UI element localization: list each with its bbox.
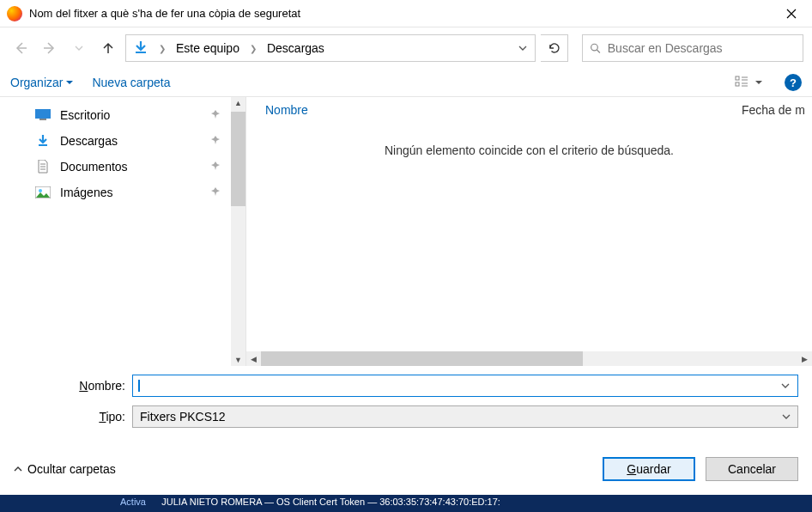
- sidebar-item-pictures[interactable]: Imágenes: [0, 180, 231, 205]
- close-button[interactable]: [771, 0, 812, 27]
- nav-back-button[interactable]: [9, 36, 33, 60]
- pin-icon: [210, 134, 221, 148]
- scroll-right-icon: ▶: [797, 355, 812, 363]
- svg-rect-0: [136, 52, 146, 53]
- organize-button[interactable]: Organizar: [10, 76, 73, 89]
- chevron-down-icon: [518, 44, 527, 52]
- save-button[interactable]: Guardar: [603, 457, 695, 481]
- svg-rect-3: [736, 82, 739, 86]
- new-folder-button[interactable]: Nueva carpeta: [92, 76, 170, 89]
- sidebar-item-desktop[interactable]: Escritorio: [0, 102, 231, 128]
- chevron-down-icon: [781, 381, 790, 390]
- scroll-up-icon: ▲: [231, 99, 245, 107]
- caret-down-icon: [755, 79, 762, 86]
- search-icon: [590, 42, 601, 54]
- scroll-left-icon: ◀: [246, 355, 261, 363]
- sidebar-item-documents[interactable]: Documentos: [0, 154, 231, 180]
- picture-icon: [34, 186, 52, 199]
- chevron-right-icon: ❯: [154, 44, 171, 53]
- sidebar-item-label: Documentos: [60, 160, 128, 174]
- horizontal-scrollbar[interactable]: ◀ ▶: [246, 351, 812, 366]
- refresh-button[interactable]: [541, 34, 568, 62]
- svg-rect-4: [35, 109, 51, 119]
- svg-point-1: [591, 44, 598, 51]
- filetype-value: Fitxers PKCS12: [140, 410, 226, 424]
- column-header-name[interactable]: Nombre: [246, 103, 742, 117]
- document-icon: [34, 160, 52, 174]
- column-headers[interactable]: Nombre Fecha de m: [246, 97, 812, 123]
- refresh-icon: [548, 41, 561, 55]
- filename-label: Nombre:: [14, 379, 132, 393]
- close-icon: [786, 9, 797, 19]
- scrollbar-thumb[interactable]: [231, 112, 245, 206]
- sidebar-item-downloads[interactable]: Descargas: [0, 128, 231, 154]
- sidebar-item-label: Escritorio: [60, 108, 110, 122]
- search-box[interactable]: [582, 34, 803, 62]
- chevron-down-icon: [75, 44, 83, 52]
- pin-icon: [210, 160, 221, 174]
- filetype-dropdown[interactable]: Fitxers PKCS12: [132, 405, 798, 428]
- scrollbar-thumb[interactable]: [261, 351, 583, 366]
- sidebar-item-label: Descargas: [60, 134, 118, 148]
- cancel-button[interactable]: Cancelar: [706, 457, 798, 481]
- breadcrumb-item[interactable]: Este equipo: [173, 40, 243, 57]
- breadcrumb-dropdown[interactable]: [514, 42, 531, 55]
- svg-rect-6: [39, 144, 47, 146]
- filename-dropdown[interactable]: [779, 380, 792, 393]
- chevron-down-icon: [782, 412, 791, 421]
- hide-folders-button[interactable]: Ocultar carpetas: [14, 462, 116, 476]
- view-options-button[interactable]: [731, 74, 766, 91]
- download-icon: [34, 134, 52, 148]
- arrow-left-icon: [13, 40, 28, 56]
- view-icon: [735, 76, 750, 89]
- caret-down-icon: [66, 79, 73, 86]
- filename-input[interactable]: [140, 380, 779, 393]
- svg-point-8: [39, 189, 42, 192]
- firefox-icon: [7, 6, 22, 21]
- scroll-down-icon: ▼: [231, 356, 245, 364]
- download-folder-icon: [133, 40, 148, 56]
- nav-forward-button[interactable]: [38, 36, 62, 60]
- window-title: Nom del fitxer a què s'ha de fer una còp…: [29, 7, 771, 20]
- svg-rect-2: [736, 76, 739, 80]
- filetype-label: Tipo:: [14, 410, 132, 424]
- breadcrumb-item[interactable]: Descargas: [264, 40, 328, 57]
- nav-up-button[interactable]: [96, 36, 120, 60]
- desktop-icon: [34, 108, 52, 122]
- breadcrumb[interactable]: ❯ Este equipo ❯ Descargas: [125, 34, 536, 62]
- pin-icon: [210, 108, 221, 122]
- arrow-up-icon: [101, 41, 115, 55]
- chevron-up-icon: [14, 465, 22, 473]
- sidebar-tree: Escritorio Descargas Documentos Imágenes: [0, 97, 231, 366]
- column-header-date[interactable]: Fecha de m: [742, 103, 812, 117]
- help-button[interactable]: ?: [785, 74, 802, 91]
- pin-icon: [210, 186, 221, 199]
- empty-message: Ningún elemento coincide con el criterio…: [246, 123, 812, 351]
- sidebar-scrollbar[interactable]: ▲ ▼: [231, 97, 245, 366]
- filename-field[interactable]: [132, 375, 798, 397]
- arrow-right-icon: [42, 40, 58, 56]
- svg-rect-5: [39, 119, 46, 120]
- sidebar-item-label: Imágenes: [60, 186, 112, 199]
- recent-locations-button[interactable]: [67, 36, 91, 60]
- chevron-right-icon: ❯: [245, 44, 262, 53]
- search-input[interactable]: [608, 41, 796, 55]
